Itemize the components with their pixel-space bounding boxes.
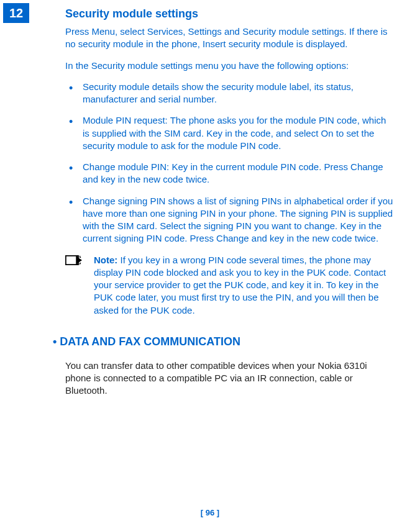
chapter-number-badge: 12 — [3, 3, 29, 23]
page-title: Security module settings — [65, 7, 395, 20]
note-block: Note: If you key in a wrong PIN code sev… — [65, 254, 395, 317]
note-text: Note: If you key in a wrong PIN code sev… — [94, 254, 395, 317]
list-item: Security module details show the securit… — [65, 81, 395, 106]
list-item: Change module PIN: Key in the current mo… — [65, 161, 395, 186]
note-body: If you key in a wrong PIN code several t… — [94, 255, 386, 315]
page-footer: [ 96 ] — [0, 508, 420, 517]
list-item: Change signing PIN shows a list of signi… — [65, 195, 395, 245]
note-label: Note: — [94, 255, 117, 265]
section-heading: • DATA AND FAX COMMUNICATION — [53, 335, 395, 348]
chapter-number: 12 — [9, 6, 23, 20]
note-icon — [65, 255, 89, 273]
section-heading-text: DATA AND FAX COMMUNICATION — [60, 335, 240, 348]
list-item: Module PIN request: The phone asks you f… — [65, 114, 395, 152]
page-content: Security module settings Press Menu, sel… — [65, 7, 395, 397]
section-bullet: • — [53, 335, 60, 348]
svg-rect-5 — [66, 256, 76, 265]
section-body: You can transfer data to other compatibl… — [65, 360, 395, 397]
intro-paragraph-1: Press Menu, select Services, Settings an… — [65, 25, 395, 51]
intro-paragraph-2: In the Security module settings menu you… — [65, 60, 395, 72]
options-list: Security module details show the securit… — [65, 81, 395, 245]
